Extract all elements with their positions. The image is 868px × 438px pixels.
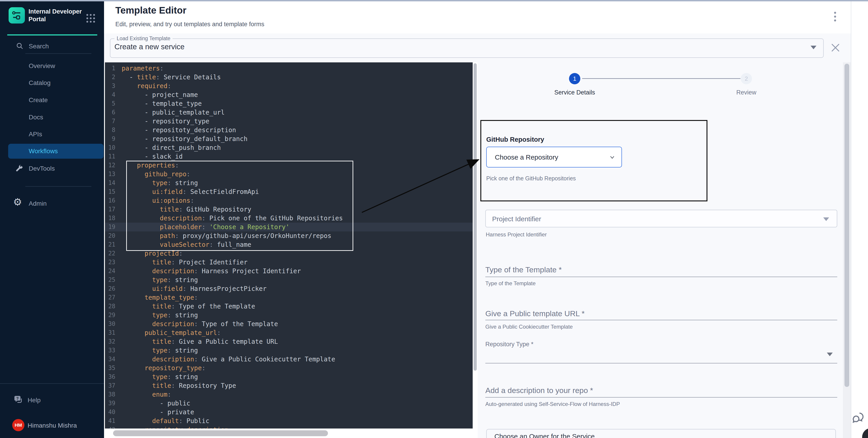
sidebar-divider — [25, 186, 91, 187]
sidebar-item-docs[interactable]: Docs — [29, 114, 43, 121]
sidebar-item-help[interactable]: Help — [28, 397, 41, 404]
sidebar-item-catalog[interactable]: Catalog — [29, 79, 51, 87]
owner-select[interactable]: Choose an Owner for the Service — [486, 429, 836, 438]
stepper-step-1[interactable]: 1 — [569, 73, 580, 84]
project-identifier-select[interactable]: Project Identifier — [485, 210, 837, 227]
code-line[interactable]: 37 title: Repository Type — [105, 381, 473, 390]
code-line[interactable]: 29 type: string — [105, 311, 473, 319]
project-identifier-helper: Harness Project Identifier — [486, 231, 547, 238]
stepper-step-1-label: Service Details — [541, 89, 609, 96]
project-identifier-placeholder: Project Identifier — [492, 215, 541, 223]
code-line[interactable]: 23 title: Project Identifier — [105, 258, 473, 267]
github-repository-label: GitHub Repository — [486, 136, 544, 143]
code-line[interactable]: 32 title: Give a Public template URL — [105, 337, 473, 346]
dropdown-caret-icon[interactable] — [827, 352, 833, 356]
sidebar-item-admin[interactable]: Admin — [29, 200, 46, 207]
page-title: Template Editor — [115, 5, 186, 16]
step-2-number: 2 — [745, 75, 748, 82]
editor-vertical-scrollbar-thumb[interactable] — [473, 63, 477, 371]
stepper-step-2[interactable]: 2 — [741, 73, 752, 84]
sidebar-item-apis[interactable]: APIs — [29, 131, 42, 138]
idp-logo[interactable] — [9, 7, 25, 24]
code-line[interactable]: 30 description: Type of the Template — [105, 319, 473, 328]
code-line[interactable]: 31 public_template_url: — [105, 328, 473, 337]
chevron-down-icon — [609, 155, 616, 160]
template-type-label: Type of the Template * — [485, 265, 562, 274]
editor-vertical-scrollbar[interactable] — [473, 62, 478, 438]
kebab-menu-icon[interactable] — [834, 12, 836, 23]
code-line[interactable]: 5 - template_type — [105, 99, 473, 108]
github-repository-helper: Pick one of the GitHub Repositories — [486, 175, 576, 182]
page-subtitle: Edit, preview, and try out templates and… — [115, 21, 265, 28]
repository-type-underline[interactable] — [485, 363, 837, 363]
stepper-step-2-label: Review — [712, 89, 780, 96]
sidebar-item-devtools[interactable]: DevTools — [29, 165, 55, 172]
code-line[interactable]: 41 default: Public — [105, 416, 473, 425]
load-template-select[interactable] — [110, 38, 824, 58]
code-line[interactable]: 8 - repositoty_description — [105, 126, 473, 134]
svg-text:?: ? — [16, 396, 19, 401]
code-line[interactable]: 38 enum: — [105, 390, 473, 399]
public-url-underline[interactable] — [485, 320, 837, 320]
sidebar-divider — [0, 383, 104, 384]
code-line[interactable]: 26 ui:field: HarnessProjectPicker — [105, 284, 473, 293]
code-line[interactable]: 4 - project_name — [105, 91, 473, 99]
editor-horizontal-scrollbar[interactable] — [105, 429, 473, 438]
sidebar-divider — [25, 53, 91, 54]
code-line[interactable]: 28 title: Type of the Template — [105, 302, 473, 311]
sidebar-item-create[interactable]: Create — [29, 97, 48, 104]
search-icon — [16, 42, 24, 50]
code-line[interactable]: 10 - direct_push_branch — [105, 143, 473, 152]
github-repository-section: GitHub Repository Choose a Repository Pi… — [480, 120, 707, 201]
gear-icon: ⚙ — [13, 197, 22, 207]
close-icon[interactable] — [830, 42, 840, 53]
avatar[interactable]: HM — [12, 419, 24, 431]
sidebar-item-workflows[interactable]: Workflows — [8, 144, 103, 159]
code-line[interactable]: 33 type: string — [105, 346, 473, 355]
dropdown-caret-icon — [823, 217, 829, 221]
code-line[interactable]: 34 description: Give a Public Cookiecutt… — [105, 355, 473, 364]
sidebar-item-overview[interactable]: Overview — [29, 62, 55, 70]
apps-grid-icon[interactable] — [86, 14, 95, 23]
code-line[interactable]: 35 repository_type: — [105, 364, 473, 372]
code-line[interactable]: 40 - private — [105, 408, 473, 416]
github-repository-select[interactable]: Choose a Repository — [486, 147, 622, 167]
brand-accent-divider — [7, 34, 97, 35]
chat-bubbles-icon[interactable] — [850, 410, 866, 427]
editor-horizontal-scrollbar-thumb[interactable] — [113, 430, 328, 436]
template-type-helper: Type of the Template — [485, 280, 535, 287]
avatar-initials: HM — [15, 423, 22, 428]
load-template-value: Create a new service — [115, 42, 185, 51]
repo-description-underline[interactable] — [485, 397, 837, 398]
code-line[interactable]: 7 - repository_type — [105, 117, 473, 126]
wrench-icon — [15, 165, 24, 174]
load-template-label: Load Existing Template — [115, 35, 173, 42]
help-chat-icon: ? — [13, 395, 24, 406]
stepper-connector — [582, 78, 740, 79]
right-gutter — [851, 1, 868, 438]
code-line[interactable]: 6 - public_template_url — [105, 108, 473, 117]
sidebar-item-search[interactable]: Search — [29, 43, 49, 50]
code-line[interactable]: 2 - title: Service Details — [105, 73, 473, 81]
sidebar: Internal Developer Portal Search Overvie… — [0, 1, 104, 438]
brand-title: Internal Developer Portal — [29, 8, 83, 23]
code-line[interactable]: 39 - public — [105, 399, 473, 408]
repo-description-label: Add a description to your repo * — [485, 386, 593, 395]
page-header — [104, 1, 851, 34]
repo-description-helper: Auto-generated using Self-Service-Flow o… — [485, 401, 620, 407]
code-line[interactable]: 25 type: string — [105, 275, 473, 284]
user-name[interactable]: Himanshu Mishra — [28, 422, 77, 429]
code-line[interactable]: 1parameters: — [105, 64, 473, 73]
code-line[interactable]: 24 description: Harness Project Identifi… — [105, 267, 473, 275]
code-line[interactable]: 3 required: — [105, 81, 473, 91]
code-line[interactable]: 11 - slack_id — [105, 152, 473, 161]
code-line[interactable]: 9 - repository_default_branch — [105, 134, 473, 143]
form-panel-scrollbar-thumb[interactable] — [844, 64, 849, 387]
template-type-underline[interactable] — [485, 277, 837, 277]
form-panel-scrollbar[interactable] — [843, 62, 851, 438]
code-line[interactable]: 36 type: string — [105, 372, 473, 381]
public-url-helper: Give a Public Cookiecutter Template — [485, 324, 572, 330]
dropdown-caret-icon[interactable] — [811, 46, 816, 49]
code-line[interactable]: 27 template_type: — [105, 293, 473, 302]
step-1-number: 1 — [573, 75, 576, 82]
